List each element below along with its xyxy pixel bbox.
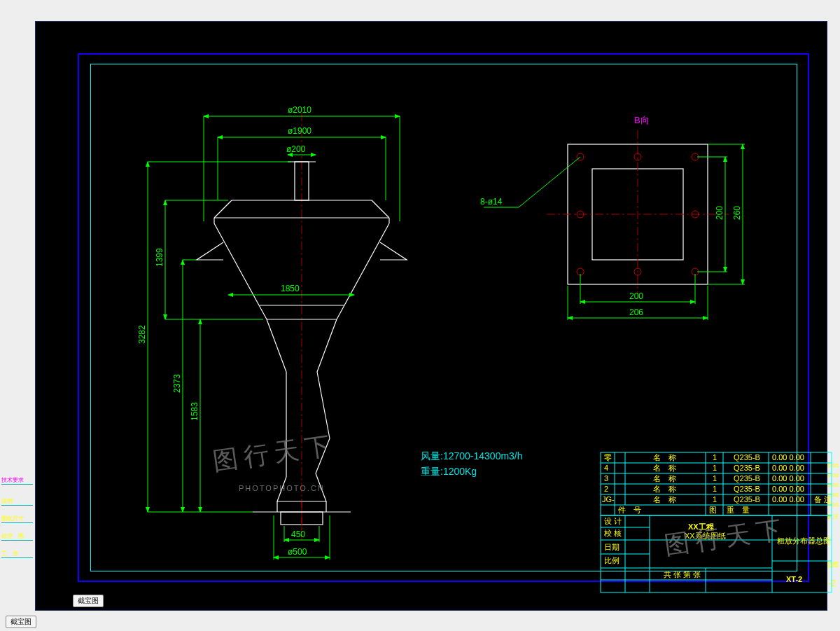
bom-name-4: 名 称 xyxy=(653,495,676,504)
bom-dim-0: 0.00 0.00 xyxy=(772,453,804,462)
tb-dwgno: XT-2 xyxy=(786,575,802,583)
svg-line-6 xyxy=(372,200,389,218)
tb-rev: 校 核 xyxy=(603,529,622,537)
svg-text:图行天下: 图行天下 xyxy=(662,514,788,560)
dim-1583: 1583 xyxy=(190,402,200,421)
svg-line-9 xyxy=(214,223,267,319)
svg-text:重量:1200Kg: 重量:1200Kg xyxy=(421,466,477,477)
svg-line-5 xyxy=(214,200,232,218)
note-airflow-label: 风量: xyxy=(421,450,443,462)
bom-rowid-0: 零 xyxy=(604,453,612,462)
bom-rowid-4: JG- xyxy=(602,495,615,504)
svg-line-59 xyxy=(519,157,580,207)
bom-mat-2: Q235-B xyxy=(734,474,760,483)
tb-date: 日期 xyxy=(604,543,620,551)
bom-name-0: 名 称 xyxy=(653,453,676,462)
canvas-root: 技术要求 说明 图纸尺寸 处理 图 工 序 0.00 0.00 0.00 0.0… xyxy=(0,0,840,631)
dim-450: 450 xyxy=(291,529,305,539)
bom-qty-2: 1 xyxy=(713,474,717,483)
tb-sheet: 共 张 第 张 xyxy=(664,570,701,578)
view-b-label: B向 xyxy=(634,115,650,125)
bom-remark-hdr: 备 注 xyxy=(814,495,832,504)
tb-drawn: 设 计 xyxy=(604,517,622,525)
dim-d200: ø200 xyxy=(286,144,306,154)
dim-2373: 2373 xyxy=(172,374,182,393)
bom-mat-0: Q235-B xyxy=(734,453,760,462)
svg-line-13 xyxy=(267,319,286,372)
bom-qty-3: 1 xyxy=(713,485,717,493)
bom-rowid-2: 3 xyxy=(604,474,608,483)
bom-dim-3: 0.00 0.00 xyxy=(772,485,804,493)
svg-text:风量:12700-14300m3/h: 风量:12700-14300m3/h xyxy=(421,450,523,462)
notes: 风量:12700-14300m3/h 重量:1200Kg xyxy=(421,450,523,477)
dim-holes: 8-ø14 xyxy=(480,197,503,207)
bom-qty-4: 1 xyxy=(713,495,717,504)
bom-name-3: 名 称 xyxy=(653,485,676,493)
bom-dim-4: 0.00 0.00 xyxy=(772,495,804,504)
dim-h260: 260 xyxy=(732,206,742,220)
title-block: 零 4 3 2 JG- 名 称 名 称 名 称 名 称 名 称 1 1 1 1 … xyxy=(601,452,832,592)
dim-d500: ø500 xyxy=(288,547,307,557)
dim-h200: 200 xyxy=(715,206,724,220)
bom-mat-1: Q235-B xyxy=(734,464,760,472)
svg-line-10 xyxy=(337,223,389,319)
bom-name-2: 名 称 xyxy=(653,474,676,483)
dim-1399: 1399 xyxy=(155,248,164,267)
ghost-left-panel: 技术要求 说明 图纸尺寸 处理 图 工 序 xyxy=(0,476,35,595)
bom-rowid-3: 2 xyxy=(604,485,608,493)
dim-3282: 3282 xyxy=(137,325,147,344)
bom-mat-3: Q235-B xyxy=(734,485,760,493)
bom-footer-3: 图 xyxy=(709,506,717,514)
bom-footer-1: 件 号 xyxy=(618,506,641,514)
bom-qty-0: 1 xyxy=(713,453,717,462)
svg-line-14 xyxy=(317,319,337,372)
note-weight-value: 1200Kg xyxy=(443,466,477,477)
cad-drawing-window[interactable]: ø2010 ø1900 ø200 1850 xyxy=(35,21,827,611)
dim-1850: 1850 xyxy=(281,284,300,293)
dim-w206: 206 xyxy=(629,307,643,317)
note-weight-label: 重量: xyxy=(421,466,443,477)
bom-rowid-1: 4 xyxy=(604,464,608,472)
bom-qty-1: 1 xyxy=(713,464,717,472)
sheet-tab[interactable]: 截宝图 xyxy=(73,595,104,607)
svg-line-16 xyxy=(317,372,330,438)
tb-scale: 比例 xyxy=(604,556,620,564)
sheet-tab-outer[interactable]: 截宝图 xyxy=(6,616,36,628)
drawing-svg: ø2010 ø1900 ø200 1850 xyxy=(71,43,840,631)
svg-text:图行天下: 图行天下 xyxy=(211,430,337,476)
dim-d1900: ø1900 xyxy=(288,126,312,136)
note-airflow-value: 12700-14300m3/h xyxy=(443,450,523,462)
bom-name-1: 名 称 xyxy=(653,464,676,472)
dim-d2010: ø2010 xyxy=(288,105,312,115)
bom-footer-2: 重 量 xyxy=(727,506,750,514)
bom-dim-1: 0.00 0.00 xyxy=(772,464,804,472)
svg-text:PHOTOPHOTO.CN: PHOTOPHOTO.CN xyxy=(239,484,325,492)
detail-view-b: B向 8-ø14 xyxy=(480,115,745,320)
dim-w200: 200 xyxy=(629,291,643,301)
bom-dim-2: 0.00 0.00 xyxy=(772,474,804,483)
bom-mat-4: Q235-B xyxy=(734,495,760,504)
